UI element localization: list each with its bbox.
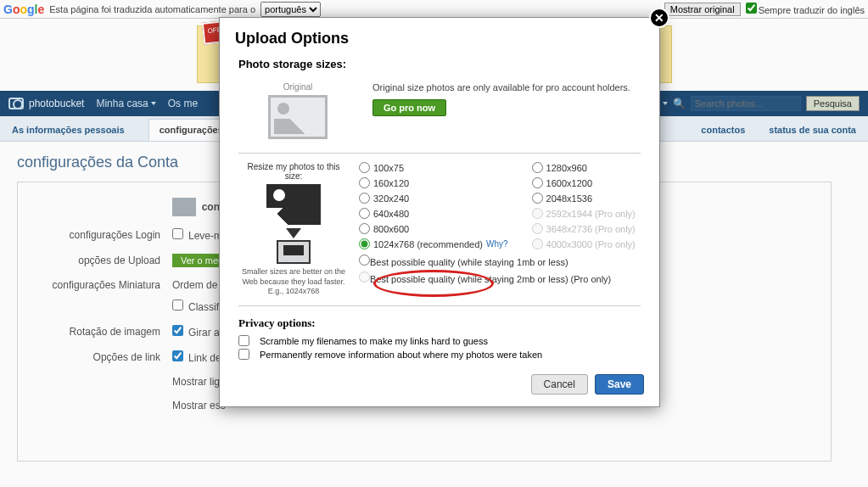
go-pro-button[interactable]: Go pro now (372, 99, 446, 116)
save-button[interactable]: Save (595, 374, 644, 395)
size-radio-3648x2736: 3648x2736 (Pro only) (532, 223, 636, 234)
modal-title: Upload Options (220, 18, 659, 53)
size-radio-best-2mb: Best possible quality (while staying 2mb… (359, 271, 641, 284)
original-label: Original (238, 82, 357, 92)
cancel-button[interactable]: Cancel (531, 374, 588, 395)
pro-only-text: Original size photos are only available … (372, 82, 641, 92)
why-link[interactable]: Why? (486, 239, 508, 249)
scramble-checkbox[interactable]: Scramble my filenames to make my links h… (238, 335, 641, 346)
close-button[interactable]: ✕ (649, 8, 669, 28)
size-radio-2592x1944: 2592x1944 (Pro only) (532, 208, 636, 219)
size-radio-2048x1536[interactable]: 2048x1536 (532, 193, 636, 204)
photo-icon (266, 184, 321, 225)
close-icon: ✕ (654, 11, 664, 25)
size-radio-1280x960[interactable]: 1280x960 (532, 162, 636, 173)
upload-options-modal: ✕ Upload Options Photo storage sizes: Or… (219, 17, 660, 407)
size-radio-800x600[interactable]: 800x600 (359, 223, 508, 234)
storage-header: Photo storage sizes: (238, 58, 641, 70)
remove-exif-checkbox[interactable]: Permanently remove information about whe… (238, 349, 641, 360)
size-radio-4000x3000: 4000x3000 (Pro only) (532, 238, 636, 249)
image-placeholder-icon (268, 95, 328, 139)
size-radio-160x120[interactable]: 160x120 (359, 177, 508, 188)
size-radio-best-1mb[interactable]: Best possible quality (while staying 1mb… (359, 255, 641, 267)
privacy-header: Privacy options: (238, 316, 641, 330)
size-radio-1600x1200[interactable]: 1600x1200 (532, 177, 636, 188)
arrow-down-icon (286, 228, 301, 238)
size-radio-320x240[interactable]: 320x240 (359, 193, 508, 204)
size-radio-100x75[interactable]: 100x75 (359, 162, 508, 173)
smaller-note: Smaller sizes are better on the Web beca… (238, 267, 349, 297)
size-radio-1024x768[interactable]: 1024x768 (recommended) Why? (359, 238, 508, 249)
size-radio-640x480[interactable]: 640x480 (359, 208, 508, 219)
printer-icon (277, 240, 311, 264)
resize-label: Resize my photos to this size: (238, 162, 349, 181)
